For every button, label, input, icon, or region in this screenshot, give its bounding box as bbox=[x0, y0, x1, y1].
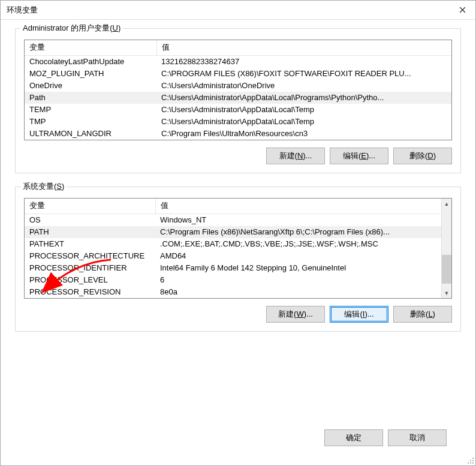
user-variables-table[interactable]: 变量 值 ChocolateyLastPathUpdate13216288233… bbox=[25, 40, 451, 140]
table-row[interactable]: PATHEXT.COM;.EXE;.BAT;.CMD;.VBS;.VBE;.JS… bbox=[25, 238, 441, 250]
svg-point-3 bbox=[468, 462, 469, 464]
svg-point-1 bbox=[470, 460, 471, 461]
user-button-row: 新建(N)... 编辑(E)... 删除(D) bbox=[24, 148, 452, 164]
sys-col-value[interactable]: 值 bbox=[155, 199, 441, 214]
table-row[interactable]: OneDriveC:\Users\Administrator\OneDrive bbox=[25, 80, 451, 92]
cancel-button[interactable]: 取消 bbox=[388, 429, 447, 446]
system-variables-table[interactable]: 变量 值 OSWindows_NTPATHC:\Program Files (x… bbox=[25, 199, 441, 298]
system-button-row: 新建(W)... 编辑(I)... 删除(L) bbox=[24, 306, 452, 323]
content-area: Administrator 的用户变量(U) 变量 值 ChocolateyLa… bbox=[1, 20, 475, 465]
scroll-thumb[interactable] bbox=[442, 255, 451, 284]
user-variables-group: Administrator 的用户变量(U) 变量 值 ChocolateyLa… bbox=[15, 28, 461, 173]
dialog-footer: 确定 取消 bbox=[15, 428, 461, 455]
system-delete-button[interactable]: 删除(L) bbox=[393, 306, 452, 323]
cell-value: AMD64 bbox=[155, 250, 441, 262]
ok-button[interactable]: 确定 bbox=[324, 429, 383, 446]
cell-variable: PROCESSOR_ARCHITECTURE bbox=[25, 250, 155, 262]
table-row[interactable]: TMPC:\Users\Administrator\AppData\Local\… bbox=[25, 116, 451, 128]
cell-variable: TMP bbox=[25, 116, 156, 128]
scroll-up-icon[interactable]: ▲ bbox=[442, 199, 452, 209]
table-row[interactable]: MOZ_PLUGIN_PATHC:\PROGRAM FILES (X86)\FO… bbox=[25, 68, 451, 80]
cell-variable: Path bbox=[25, 92, 156, 104]
title-bar: 环境变量 bbox=[1, 1, 475, 20]
user-group-legend: Administrator 的用户变量(U) bbox=[20, 23, 123, 34]
cell-value: Intel64 Family 6 Model 142 Stepping 10, … bbox=[155, 262, 441, 274]
svg-point-0 bbox=[472, 458, 474, 459]
system-scrollbar[interactable]: ▲ ▼ bbox=[441, 199, 451, 298]
cell-value: C:\Users\Administrator\AppData\Local\Tem… bbox=[156, 104, 451, 116]
cell-value: C:\Users\Administrator\AppData\Local\Pro… bbox=[156, 92, 451, 104]
cell-variable: PATH bbox=[25, 226, 155, 238]
table-row[interactable]: PROCESSOR_IDENTIFIERIntel64 Family 6 Mod… bbox=[25, 262, 441, 274]
table-row[interactable]: PROCESSOR_LEVEL6 bbox=[25, 274, 441, 286]
cell-variable: MOZ_PLUGIN_PATH bbox=[25, 68, 156, 80]
cell-variable: PROCESSOR_REVISION bbox=[25, 286, 155, 298]
table-row[interactable]: TEMPC:\Users\Administrator\AppData\Local… bbox=[25, 104, 451, 116]
scroll-down-icon[interactable]: ▼ bbox=[442, 288, 452, 298]
cell-variable: ULTRAMON_LANGDIR bbox=[25, 128, 156, 140]
table-row[interactable]: PROCESSOR_REVISION8e0a bbox=[25, 286, 441, 298]
cell-variable: PROCESSOR_IDENTIFIER bbox=[25, 262, 155, 274]
system-table-container: 变量 值 OSWindows_NTPATHC:\Program Files (x… bbox=[24, 198, 452, 299]
cell-value: 8e0a bbox=[155, 286, 441, 298]
cell-value: C:\Program Files\UltraMon\Resources\cn3 bbox=[156, 128, 451, 140]
table-row[interactable]: PROCESSOR_ARCHITECTUREAMD64 bbox=[25, 250, 441, 262]
svg-point-2 bbox=[472, 460, 474, 461]
cell-variable: PROCESSOR_LEVEL bbox=[25, 274, 155, 286]
cell-value: Windows_NT bbox=[155, 214, 441, 226]
user-col-variable[interactable]: 变量 bbox=[25, 40, 156, 56]
svg-point-5 bbox=[472, 462, 474, 464]
cell-value: 6 bbox=[155, 274, 441, 286]
user-new-button[interactable]: 新建(N)... bbox=[266, 148, 325, 164]
close-icon bbox=[459, 7, 466, 13]
user-col-value[interactable]: 值 bbox=[156, 40, 451, 56]
close-button[interactable] bbox=[449, 1, 475, 20]
window-title: 环境变量 bbox=[7, 5, 449, 16]
system-new-button[interactable]: 新建(W)... bbox=[266, 306, 325, 323]
user-table-container: 变量 值 ChocolateyLastPathUpdate13216288233… bbox=[24, 40, 452, 140]
table-row[interactable]: PathC:\Users\Administrator\AppData\Local… bbox=[25, 92, 451, 104]
cell-variable: OS bbox=[25, 214, 155, 226]
system-edit-button[interactable]: 编辑(I)... bbox=[330, 306, 388, 323]
table-row[interactable]: OSWindows_NT bbox=[25, 214, 441, 226]
cell-value: C:\Program Files (x86)\NetSarang\Xftp 6\… bbox=[155, 226, 441, 238]
cell-variable: PATHEXT bbox=[25, 238, 155, 250]
cell-value: .COM;.EXE;.BAT;.CMD;.VBS;.VBE;.JS;.JSE;.… bbox=[155, 238, 441, 250]
scroll-track[interactable] bbox=[442, 209, 451, 288]
system-group-legend: 系统变量(S) bbox=[20, 181, 67, 192]
table-row[interactable]: ChocolateyLastPathUpdate1321628823382746… bbox=[25, 56, 451, 68]
cell-variable: OneDrive bbox=[25, 80, 156, 92]
table-row[interactable]: ULTRAMON_LANGDIRC:\Program Files\UltraMo… bbox=[25, 128, 451, 140]
cell-value: 132162882338274637 bbox=[156, 56, 451, 68]
cell-variable: ChocolateyLastPathUpdate bbox=[25, 56, 156, 68]
user-edit-button[interactable]: 编辑(E)... bbox=[330, 148, 388, 164]
resize-grip-icon[interactable] bbox=[466, 456, 474, 464]
cell-value: C:\PROGRAM FILES (X86)\FOXIT SOFTWARE\FO… bbox=[156, 68, 451, 80]
environment-variables-dialog: 环境变量 Administrator 的用户变量(U) 变量 值 Chocola… bbox=[0, 0, 476, 466]
user-delete-button[interactable]: 删除(D) bbox=[393, 148, 452, 164]
system-variables-group: 系统变量(S) 变量 值 OSWindows_NTPATHC:\Program … bbox=[15, 187, 461, 332]
cell-variable: TEMP bbox=[25, 104, 156, 116]
table-row[interactable]: PATHC:\Program Files (x86)\NetSarang\Xft… bbox=[25, 226, 441, 238]
cell-value: C:\Users\Administrator\OneDrive bbox=[156, 80, 451, 92]
svg-point-4 bbox=[470, 462, 471, 464]
sys-col-variable[interactable]: 变量 bbox=[25, 199, 155, 214]
cell-value: C:\Users\Administrator\AppData\Local\Tem… bbox=[156, 116, 451, 128]
